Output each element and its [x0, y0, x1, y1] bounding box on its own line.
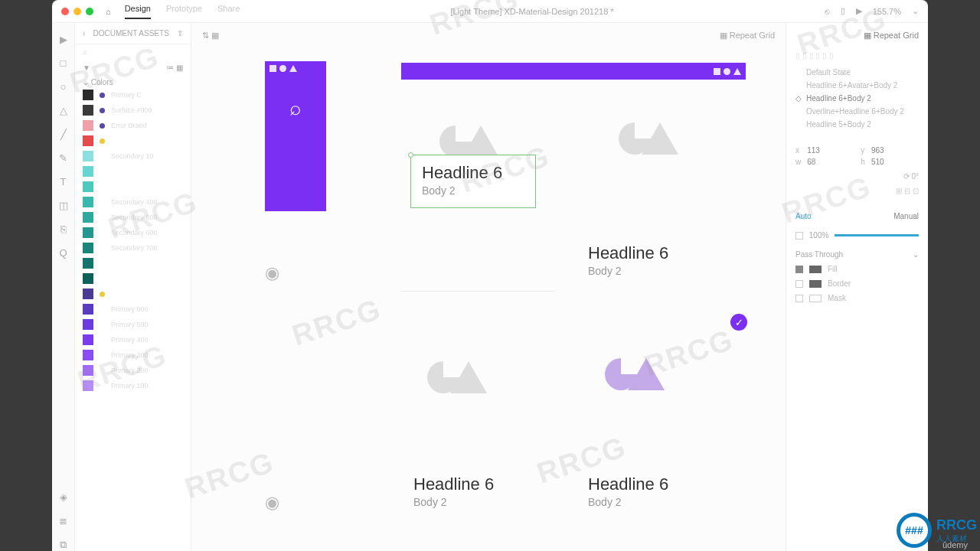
device-preview-icon[interactable]: ▯	[841, 6, 845, 16]
visibility-icon[interactable]: ◉	[265, 263, 279, 283]
card-item[interactable]: Headline 6 Body 2	[588, 243, 668, 277]
y-field[interactable]	[871, 146, 902, 155]
media-placeholder	[619, 122, 678, 155]
color-swatch[interactable]: Secondary 700	[83, 241, 183, 255]
plugins-icon[interactable]: ⧉	[60, 539, 67, 551]
filter-icon[interactable]: ▼	[83, 64, 90, 72]
opacity-slider[interactable]	[835, 234, 919, 236]
card-item[interactable]: Headline 6 Body 2	[588, 474, 668, 508]
state-item[interactable]: Overline+Headline 6+Body 2	[795, 105, 919, 118]
color-swatch[interactable]: Surface #000	[83, 103, 183, 117]
tab-design[interactable]: Design	[125, 4, 151, 19]
cloud-icon[interactable]: ⎋	[825, 7, 830, 16]
app-window: ⌂ Design Prototype Share [Light Theme] X…	[52, 0, 928, 551]
minimize-icon[interactable]	[74, 8, 81, 15]
colors-section[interactable]: ⌄ Colors	[75, 77, 191, 88]
close-icon[interactable]	[61, 8, 69, 15]
toolbar: ▶ □ ○ △ ╱ ✎ T ◫ ⎘ Q ◈ ≣ ⧉	[52, 23, 75, 551]
state-item[interactable]: Headline 6+Body 2	[795, 92, 919, 105]
select-tool-icon[interactable]: ▶	[60, 34, 67, 45]
chevron-down-icon[interactable]: ⌄	[913, 250, 919, 259]
color-swatches: Primary CSurface #000Error BrandSecondar…	[75, 88, 191, 402]
color-swatch[interactable]: Primary 600	[83, 302, 183, 316]
home-icon[interactable]: ⌂	[106, 7, 111, 16]
color-swatch[interactable]: Primary 300	[83, 348, 183, 362]
fill-swatch[interactable]	[809, 266, 822, 273]
state-item[interactable]: Headline 6+Avatar+Body 2	[795, 79, 919, 92]
pen-tool-icon[interactable]: ✎	[59, 152, 67, 164]
polygon-tool-icon[interactable]: △	[60, 105, 67, 116]
assets-header: DOCUMENT ASSETS	[93, 29, 169, 37]
color-swatch[interactable]: Primary 400	[83, 333, 183, 347]
color-swatch[interactable]	[83, 165, 183, 178]
component-handle[interactable]	[408, 152, 413, 158]
play-icon[interactable]: ▶	[856, 6, 862, 16]
x-field[interactable]	[807, 146, 838, 155]
state-item[interactable]: Headline 5+Body 2	[795, 118, 919, 131]
grid-view-icon[interactable]: ▦	[176, 64, 183, 72]
assets-search[interactable]: ⌕	[75, 44, 191, 59]
color-swatch[interactable]: Error Brand	[83, 119, 183, 132]
h-field[interactable]	[871, 158, 902, 166]
tab-prototype[interactable]: Prototype	[166, 4, 202, 19]
color-swatch[interactable]: Secondary 10	[83, 149, 183, 163]
card-item[interactable]: Headline 6 Body 2	[413, 474, 494, 508]
blend-mode[interactable]: Pass Through	[795, 250, 843, 259]
responsive-tools[interactable]: ⊞ ⊟ ⊡	[795, 187, 919, 195]
mask-swatch[interactable]	[809, 295, 822, 302]
zoom-level[interactable]: 155.7%	[873, 7, 901, 16]
export-icon[interactable]: ⇪	[177, 29, 183, 37]
layout-mode[interactable]: AutoManual	[795, 212, 919, 220]
color-swatch[interactable]: Secondary 400	[83, 195, 183, 209]
mask-toggle[interactable]	[795, 295, 803, 302]
artboard-tool-icon[interactable]: ◫	[59, 200, 68, 211]
color-swatch[interactable]	[83, 272, 183, 285]
grid-icon[interactable]: ▦	[211, 31, 219, 40]
rectangle-tool-icon[interactable]: □	[60, 57, 67, 69]
visibility-icon[interactable]: ◉	[265, 493, 279, 513]
color-swatch[interactable]: Secondary 600	[83, 226, 183, 240]
back-icon[interactable]: ‹	[83, 29, 85, 37]
chevron-down-icon[interactable]: ⌄	[912, 6, 919, 16]
opacity-toggle[interactable]	[795, 232, 803, 240]
transform-section: x y w h	[795, 146, 919, 166]
color-swatch[interactable]: Primary 200	[83, 364, 183, 377]
repeat-grid-button[interactable]: ▦ Repeat Grid	[720, 31, 775, 41]
repeat-grid-button[interactable]: ▦ Repeat Grid	[795, 31, 919, 41]
headline-text: Headline 6	[588, 243, 668, 263]
canvas[interactable]: ⇅ ▦ ▦ Repeat Grid ⌕ ◉ Headline 6 Body 2	[191, 23, 786, 551]
color-swatch[interactable]	[83, 256, 183, 270]
artboard-top-app-bar[interactable]	[401, 63, 746, 80]
body-text: Body 2	[413, 496, 494, 508]
align-tools[interactable]: ▯ ▯ ▯ ▯ ▯ ▯	[795, 51, 919, 60]
border-swatch[interactable]	[809, 280, 822, 288]
layers-icon[interactable]: ≣	[59, 515, 67, 527]
color-swatch[interactable]: Primary 100	[83, 379, 183, 393]
color-swatch[interactable]: Secondary 500	[83, 210, 183, 224]
state-default[interactable]: Default State	[795, 66, 919, 79]
window-controls[interactable]	[61, 8, 93, 15]
headline-text: Headline 6	[588, 474, 668, 494]
ellipse-tool-icon[interactable]: ○	[60, 81, 67, 93]
color-swatch[interactable]	[83, 134, 183, 148]
color-swatch[interactable]	[83, 287, 183, 301]
color-swatch[interactable]	[83, 180, 183, 194]
check-icon[interactable]: ✓	[730, 314, 747, 331]
color-swatch[interactable]: Primary 500	[83, 318, 183, 331]
sort-icon[interactable]: ⇅	[202, 31, 209, 40]
artboard-nav-drawer[interactable]: ⌕	[265, 61, 326, 211]
w-field[interactable]	[807, 158, 838, 166]
opacity-value[interactable]: 100%	[809, 231, 829, 240]
tab-share[interactable]: Share	[217, 4, 240, 19]
border-toggle[interactable]	[795, 280, 803, 288]
libraries-icon[interactable]: ◈	[60, 491, 67, 503]
line-tool-icon[interactable]: ╱	[60, 129, 67, 140]
color-swatch[interactable]: Primary C	[83, 88, 183, 102]
selected-component[interactable]: Headline 6 Body 2	[410, 155, 536, 208]
zoom-tool-icon[interactable]: Q	[59, 247, 67, 259]
fill-toggle[interactable]	[795, 266, 803, 273]
maximize-icon[interactable]	[86, 8, 93, 15]
list-view-icon[interactable]: ≔	[166, 64, 174, 72]
text-tool-icon[interactable]: T	[60, 176, 67, 187]
assets-tool-icon[interactable]: ⎘	[60, 223, 67, 235]
